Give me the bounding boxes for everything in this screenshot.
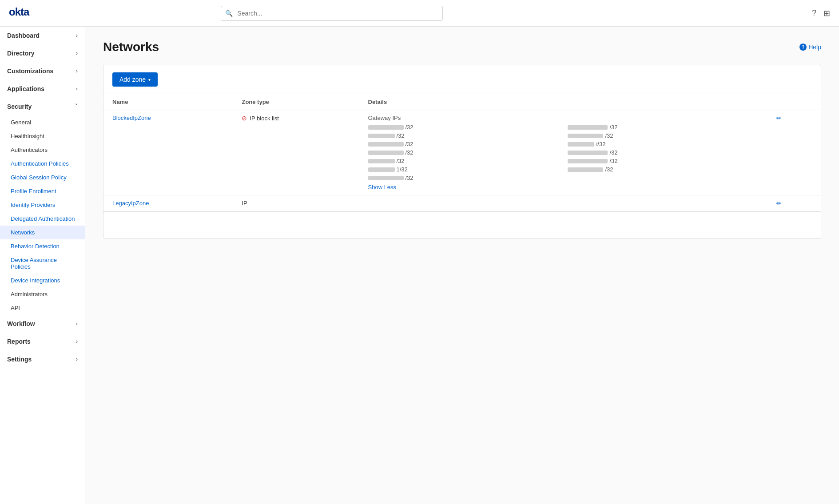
- sidebar-item-api[interactable]: API: [0, 301, 85, 315]
- ip-bar: [368, 134, 395, 138]
- sidebar-item-authentication-policies[interactable]: Authentication Policies: [0, 157, 85, 171]
- table-row: LegacyIpZone IP ✏: [103, 195, 821, 212]
- ip-item: i/32: [568, 141, 759, 147]
- search-bar: 🔍: [221, 6, 443, 21]
- sidebar-item-device-integrations[interactable]: Device Integrations: [0, 274, 85, 287]
- zone-details-cell: Gateway IPs /32 /32 /32 /32 /32 i/32 /32…: [359, 110, 768, 195]
- help-icon: ?: [799, 44, 807, 51]
- ip-bar: [568, 151, 608, 155]
- ip-bar: [568, 134, 603, 138]
- logo-text: okta: [9, 6, 32, 20]
- zone-name-link[interactable]: LegacyIpZone: [112, 200, 149, 206]
- sidebar-item-profile-enrollment[interactable]: Profile Enrollment: [0, 184, 85, 198]
- col-header-actions: [767, 94, 821, 110]
- ip-bar: [568, 167, 603, 172]
- ip-grid: /32 /32 /32 /32 /32 i/32 /32 /32 /32 /32: [368, 124, 759, 181]
- ip-item: /32: [368, 132, 559, 139]
- nav-section-settings: Settings ›: [0, 350, 85, 368]
- show-less-link[interactable]: Show Less: [368, 184, 759, 190]
- table-row-empty: [103, 212, 821, 238]
- networks-card: Add zone ▾ Name Zone type Details: [103, 65, 821, 239]
- table-row: BlockedIpZone ⊘ IP block list Gateway IP…: [103, 110, 821, 195]
- sidebar-item-device-assurance[interactable]: Device Assurance Policies: [0, 253, 85, 274]
- sidebar-item-settings[interactable]: Settings ›: [0, 350, 85, 368]
- sidebar-item-behavior-detection[interactable]: Behavior Detection: [0, 239, 85, 253]
- sidebar-item-customizations[interactable]: Customizations ›: [0, 62, 85, 80]
- main-content: Networks ? Help Add zone ▾ Name Zone typ…: [85, 27, 839, 504]
- ip-bar: [568, 142, 594, 147]
- dropdown-arrow-icon: ▾: [148, 77, 151, 82]
- chevron-down-icon: ˅: [75, 103, 78, 110]
- sidebar-label-dashboard: Dashboard: [7, 32, 40, 39]
- sidebar: Dashboard › Directory › Customizations ›…: [0, 27, 85, 504]
- sidebar-item-authenticators[interactable]: Authenticators: [0, 143, 85, 157]
- ip-bar: [368, 125, 404, 130]
- page-title: Networks: [103, 40, 159, 54]
- header: okta 🔍 ? ⊞: [0, 0, 839, 27]
- zone-type-cell: ⊘ IP block list: [233, 110, 359, 195]
- sidebar-item-healthinsight[interactable]: HealthInsight: [0, 129, 85, 143]
- search-input[interactable]: [221, 6, 443, 21]
- sidebar-label-security: Security: [7, 103, 32, 110]
- chevron-right-icon: ›: [76, 321, 78, 327]
- col-header-details: Details: [359, 94, 768, 110]
- zone-name-cell: BlockedIpZone: [103, 110, 233, 195]
- block-icon: ⊘: [242, 115, 247, 122]
- sidebar-item-global-session-policy[interactable]: Global Session Policy: [0, 171, 85, 184]
- ip-item: /32: [368, 175, 559, 181]
- ip-bar: [568, 159, 608, 163]
- help-circle-icon[interactable]: ?: [812, 8, 816, 18]
- nav-section-directory: Directory ›: [0, 44, 85, 62]
- ip-item: /32: [568, 149, 759, 156]
- col-header-zone-type: Zone type: [233, 94, 359, 110]
- zone-type-cell: IP: [233, 195, 359, 212]
- ip-bar: [368, 167, 395, 172]
- sidebar-label-settings: Settings: [7, 356, 32, 363]
- sidebar-label-directory: Directory: [7, 50, 34, 57]
- sidebar-item-security[interactable]: Security ˅: [0, 98, 85, 115]
- logo: okta: [9, 6, 32, 20]
- sidebar-item-applications[interactable]: Applications ›: [0, 80, 85, 98]
- edit-icon[interactable]: ✏: [776, 200, 782, 207]
- sidebar-item-general[interactable]: General: [0, 115, 85, 129]
- add-zone-label: Add zone: [119, 76, 146, 83]
- sidebar-item-directory[interactable]: Directory ›: [0, 44, 85, 62]
- ip-bar: [568, 125, 608, 130]
- ip-item: /32: [568, 158, 759, 164]
- chevron-right-icon: ›: [76, 338, 78, 345]
- nav-section-customizations: Customizations ›: [0, 62, 85, 80]
- ip-bar: [368, 151, 404, 155]
- edit-icon[interactable]: ✏: [776, 115, 782, 122]
- sidebar-item-networks[interactable]: Networks: [0, 226, 85, 239]
- ip-bar: [368, 142, 404, 147]
- nav-section-dashboard: Dashboard ›: [0, 27, 85, 44]
- nav-section-reports: Reports ›: [0, 333, 85, 350]
- add-zone-button[interactable]: Add zone ▾: [112, 72, 158, 87]
- ip-bar: [368, 159, 395, 163]
- sidebar-item-delegated-authentication[interactable]: Delegated Authentication: [0, 212, 85, 226]
- zone-type-label: IP block list: [250, 115, 279, 122]
- sidebar-label-customizations: Customizations: [7, 67, 53, 75]
- ip-item: /32: [368, 149, 559, 156]
- apps-grid-icon[interactable]: ⊞: [823, 8, 830, 18]
- sidebar-item-reports[interactable]: Reports ›: [0, 333, 85, 350]
- sidebar-item-workflow[interactable]: Workflow ›: [0, 315, 85, 333]
- ip-bar: [368, 176, 404, 180]
- zone-name-cell: LegacyIpZone: [103, 195, 233, 212]
- zone-name-link[interactable]: BlockedIpZone: [112, 115, 151, 121]
- ip-item: /32: [568, 124, 759, 131]
- page-header: Networks ? Help: [103, 40, 821, 54]
- sidebar-item-administrators[interactable]: Administrators: [0, 287, 85, 301]
- help-link[interactable]: ? Help: [799, 44, 821, 51]
- sidebar-item-identity-providers[interactable]: Identity Providers: [0, 198, 85, 212]
- sidebar-item-dashboard[interactable]: Dashboard ›: [0, 27, 85, 44]
- search-icon: 🔍: [225, 10, 233, 17]
- ip-item: /32: [568, 132, 759, 139]
- chevron-right-icon: ›: [76, 32, 78, 39]
- sidebar-label-reports: Reports: [7, 338, 31, 345]
- help-label: Help: [808, 44, 821, 51]
- ip-item: /32: [368, 141, 559, 147]
- gateway-ips-label: Gateway IPs: [368, 115, 759, 121]
- ip-item: /32: [368, 124, 559, 131]
- ip-item: /32: [368, 158, 559, 164]
